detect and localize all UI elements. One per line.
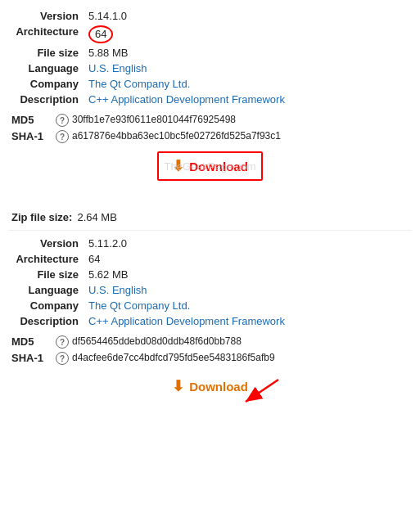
- description-link: C++ Application Development Framework: [88, 93, 285, 106]
- description-link-2: C++ Application Development Framework: [88, 315, 285, 327]
- filesize-value: 5.88 MB: [82, 45, 412, 61]
- info-table-2: Version 5.11.2.0 Architecture 64 File si…: [8, 236, 412, 329]
- company-value-2: The Qt Company Ltd.: [82, 298, 412, 313]
- filesize-row: File size 5.88 MB: [8, 45, 412, 61]
- company-label: Company: [8, 76, 82, 92]
- download-label-1: Download: [189, 160, 248, 173]
- sha1-row-2: SHA-1 ? d4acfee6de7cc4bdfcd795fd5ee54831…: [8, 352, 412, 365]
- sha1-row: SHA-1 ? a617876e4bba63ec10bc5fe02726fd52…: [8, 130, 412, 143]
- description-row-2: Description C++ Application Development …: [8, 313, 412, 329]
- sha1-label: SHA-1: [11, 130, 52, 142]
- description-row: Description C++ Application Development …: [8, 92, 412, 107]
- section-divider: [8, 230, 412, 231]
- download-icon-2: ⬇: [172, 377, 184, 395]
- md5-label-2: MD5: [11, 335, 52, 348]
- company-link-2: The Qt Company Ltd.: [88, 299, 190, 312]
- zip-size-row: Zip file size: 2.64 MB: [11, 211, 412, 223]
- sha1-value: a617876e4bba63ec10bc5fe02726fd525a7f93c1: [72, 130, 281, 142]
- download-center-1: TheGeekPage.com ⬇ Download: [8, 151, 412, 181]
- arrow-svg: [237, 376, 287, 408]
- language-link-2: U.S. English: [88, 284, 147, 296]
- arch-value: 64: [82, 24, 412, 45]
- language-label-2: Language: [8, 282, 82, 298]
- sha1-label-2: SHA-1: [11, 352, 52, 364]
- md5-value-2: df5654465ddebd08d0ddb48f6d0bb788: [72, 335, 242, 347]
- description-label: Description: [8, 92, 82, 107]
- version-value-2: 5.11.2.0: [82, 236, 412, 251]
- filesize-label: File size: [8, 45, 82, 61]
- svg-line-1: [246, 380, 278, 402]
- md5-row-2: MD5 ? df5654465ddebd08d0ddb48f6d0bb788: [8, 335, 412, 349]
- filesize-value-2: 5.62 MB: [82, 267, 412, 282]
- sha1-help-icon[interactable]: ?: [56, 130, 69, 143]
- description-label-2: Description: [8, 313, 82, 329]
- sha1-value-2: d4acfee6de7cc4bdfcd795fd5ee5483186f5afb9: [72, 352, 275, 363]
- download-icon-1: ⬇: [172, 157, 184, 175]
- version-row: Version 5.14.1.0: [8, 8, 412, 24]
- filesize-row-2: File size 5.62 MB: [8, 267, 412, 282]
- language-link: U.S. English: [88, 62, 147, 74]
- arch-circle: 64: [88, 25, 113, 43]
- zip-size-label: Zip file size:: [11, 211, 72, 223]
- description-value-2: C++ Application Development Framework: [82, 313, 412, 329]
- arch-value-2: 64: [82, 251, 412, 267]
- section-2: Version 5.11.2.0 Architecture 64 File si…: [8, 236, 412, 365]
- zip-size-value: 2.64 MB: [77, 211, 116, 223]
- version-row-2: Version 5.11.2.0: [8, 236, 412, 251]
- md5-label: MD5: [11, 114, 52, 126]
- arch-row-2: Architecture 64: [8, 251, 412, 267]
- arrow-annotation: [237, 376, 287, 411]
- md5-help-icon[interactable]: ?: [56, 114, 69, 127]
- company-value: The Qt Company Ltd.: [82, 76, 412, 92]
- language-label: Language: [8, 61, 82, 76]
- arch-label-2: Architecture: [8, 251, 82, 267]
- version-label-2: Version: [8, 236, 82, 251]
- company-row-2: Company The Qt Company Ltd.: [8, 298, 412, 313]
- version-label: Version: [8, 8, 82, 24]
- company-row: Company The Qt Company Ltd.: [8, 76, 412, 92]
- language-row-2: Language U.S. English: [8, 282, 412, 298]
- company-link: The Qt Company Ltd.: [88, 78, 190, 90]
- sha1-help-icon-2[interactable]: ?: [56, 352, 69, 365]
- arch-row: Architecture 64: [8, 24, 412, 45]
- language-value-2: U.S. English: [82, 282, 412, 298]
- section-1: Version 5.14.1.0 Architecture 64 File si…: [8, 8, 412, 143]
- download-button-1[interactable]: ⬇ Download: [157, 151, 263, 181]
- info-table-1: Version 5.14.1.0 Architecture 64 File si…: [8, 8, 412, 107]
- description-value: C++ Application Development Framework: [82, 92, 412, 107]
- download-center-2: ⬇ Download: [8, 373, 412, 399]
- md5-row: MD5 ? 30ffb1e7e93f0611e801044f76925498: [8, 114, 412, 127]
- company-label-2: Company: [8, 298, 82, 313]
- md5-help-icon-2[interactable]: ?: [56, 335, 69, 349]
- filesize-label-2: File size: [8, 267, 82, 282]
- arch-label: Architecture: [8, 24, 82, 45]
- md5-value: 30ffb1e7e93f0611e801044f76925498: [72, 114, 236, 125]
- language-row: Language U.S. English: [8, 61, 412, 76]
- language-value: U.S. English: [82, 61, 412, 76]
- version-value: 5.14.1.0: [82, 8, 412, 24]
